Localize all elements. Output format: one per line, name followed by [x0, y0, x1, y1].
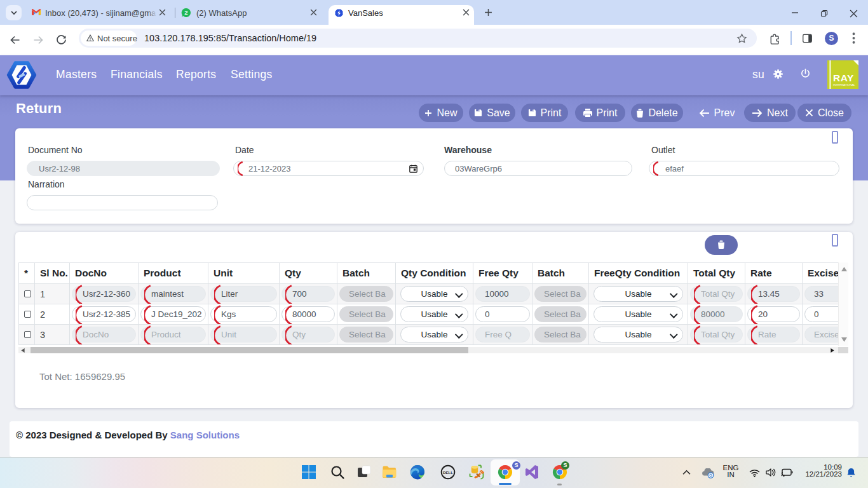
svg-text:2: 2	[184, 9, 187, 16]
svg-text:INTERNATIONAL: INTERNATIONAL	[833, 83, 855, 86]
svg-text:RAY: RAY	[833, 72, 854, 83]
svg-text:DELL: DELL	[443, 470, 453, 475]
